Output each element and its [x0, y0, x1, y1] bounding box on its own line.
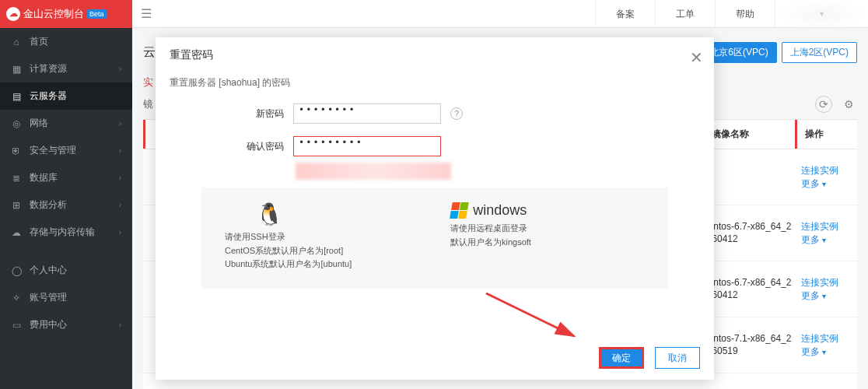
modal-subtitle: 重置服务器 [shaohua] 的密码	[156, 73, 714, 97]
confirm-password-input[interactable]: •••••••••	[293, 136, 441, 156]
label-new-password: 新密码	[233, 107, 284, 121]
linux-line2: CentOS系统默认用户名为[root]	[225, 244, 419, 258]
windows-icon	[449, 202, 469, 219]
win-line1: 请使用远程桌面登录	[450, 222, 645, 236]
ok-button[interactable]: 确定	[601, 349, 642, 366]
ok-button-highlight: 确定	[599, 347, 644, 369]
linux-line3: Ubuntu系统默认用户名为[ubuntu]	[225, 258, 419, 272]
redacted-error-text	[296, 163, 451, 180]
windows-brand: windows	[473, 202, 527, 218]
cancel-button[interactable]: 取消	[655, 347, 700, 369]
new-password-input[interactable]: ••••••••	[293, 103, 441, 124]
close-icon[interactable]: ✕	[690, 48, 703, 67]
login-info-panel: 🐧 请使用SSH登录 CentOS系统默认用户名为[root] Ubuntu系统…	[201, 187, 668, 289]
label-confirm-password: 确认密码	[233, 140, 284, 153]
win-line2: 默认用户名为kingsoft	[450, 236, 645, 250]
reset-password-modal: 重置密码 ✕ 重置服务器 [shaohua] 的密码 新密码 •••••••• …	[156, 37, 714, 380]
help-icon[interactable]: ?	[450, 107, 463, 120]
linux-line1: 请使用SSH登录	[225, 230, 419, 244]
modal-title: 重置密码	[156, 37, 714, 73]
linux-icon: 🐧	[256, 202, 283, 226]
